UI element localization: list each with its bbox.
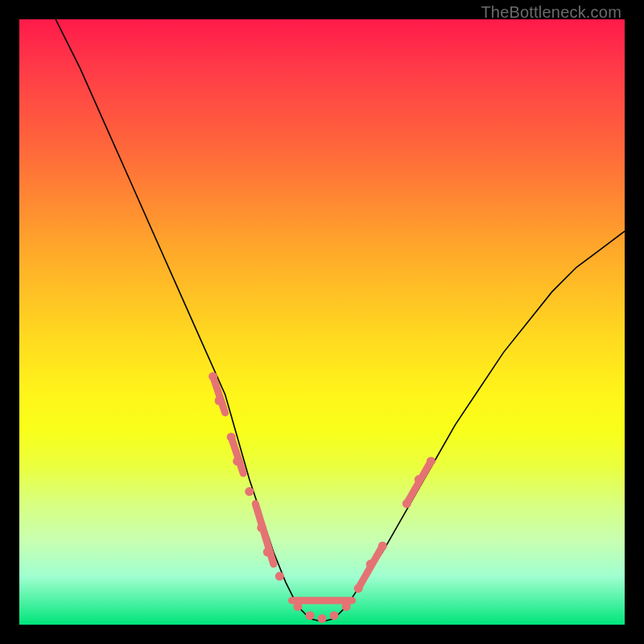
marker-dots xyxy=(208,372,436,623)
chart-frame xyxy=(19,19,625,625)
bottleneck-curve xyxy=(56,19,625,621)
left-cluster-a xyxy=(215,396,224,405)
valley-a xyxy=(293,602,302,611)
valley-e xyxy=(342,602,351,611)
chart-svg xyxy=(19,19,625,625)
right-cluster-top-b xyxy=(415,475,423,484)
left-cluster-b xyxy=(227,432,236,441)
right-cluster-b xyxy=(366,559,375,568)
left-cluster-d xyxy=(245,487,254,496)
right-cluster-c xyxy=(378,542,387,551)
left-cluster-top xyxy=(208,372,217,381)
watermark-text: TheBottleneck.com xyxy=(481,3,621,22)
right-cluster-a xyxy=(354,584,363,592)
valley-b xyxy=(305,611,314,620)
left-cluster-f xyxy=(263,547,272,556)
left-cluster-e xyxy=(257,523,266,532)
valley-d xyxy=(330,611,339,620)
left-cluster-g xyxy=(275,572,284,580)
right-cluster-top-a xyxy=(402,499,411,508)
left-seg-2 xyxy=(231,437,243,473)
marker-segments xyxy=(213,377,431,601)
valley-c xyxy=(318,614,327,623)
left-cluster-c xyxy=(233,456,242,465)
right-cluster-top-c xyxy=(427,456,436,465)
